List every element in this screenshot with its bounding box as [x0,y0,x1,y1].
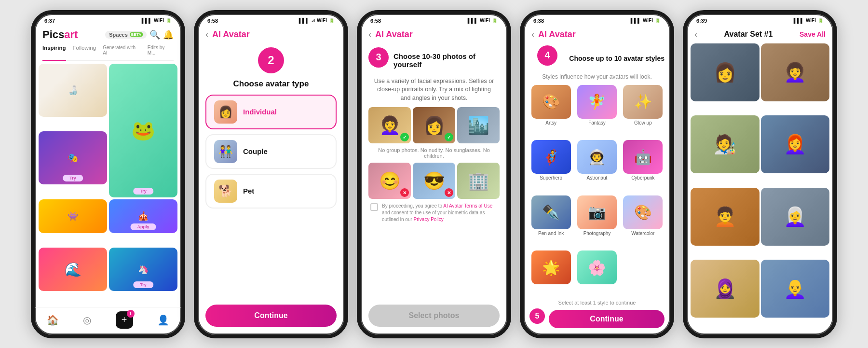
tab-inspiring[interactable]: Inspiring [42,45,66,61]
couple-label: Couple [243,147,268,155]
step-4-circle: 4 [537,45,557,66]
apply-badge[interactable]: Apply [130,223,156,230]
privacy-link[interactable]: Privacy Policy [414,217,444,222]
photo-cell-2[interactable]: 👩 ✓ [413,107,455,143]
picsart-topbar: Picsart Spaces BETA 🔍 🔔 [42,28,174,41]
avatar-option-pet[interactable]: 🐕 Pet [205,174,337,209]
result-7[interactable]: 🧕 [691,260,760,318]
nav-explore-icon[interactable]: ◎ [83,314,91,326]
back-button-4[interactable]: ‹ [531,29,534,40]
feed-item-2[interactable]: 🐸 Try [109,64,177,197]
result-3[interactable]: 🧑‍🎨 [691,115,760,173]
search-icon[interactable]: 🔍 [149,29,160,40]
phone4-content: ‹ AI Avatar 4 Choose up to 10 avatar sty… [524,26,670,334]
step-2-circle: 2 [258,47,284,73]
restriction-text: No group photos. No nudity. No sunglasse… [368,147,500,159]
time-2: 6:58 [207,18,218,24]
back-button-2[interactable]: ‹ [205,29,208,40]
try-badge-1[interactable]: Try [133,188,153,195]
style-astronaut[interactable]: 👨‍🚀 Astronaut [575,140,618,193]
continue-button-2[interactable]: Continue [205,305,337,327]
time-1: 6:37 [44,18,55,24]
screen-title-3: AI Avatar [375,29,413,40]
tab-following[interactable]: Following [73,45,96,57]
style-fantasy[interactable]: 🧚 Fantasy [575,85,618,138]
step-screen-4: 4 Choose up to 10 avatar styles Styles i… [524,43,670,334]
result-4[interactable]: 👩‍🦰 [761,115,830,173]
select-photos-button[interactable]: Select photos [368,305,500,327]
result-8[interactable]: 👩‍🦲 [761,260,830,318]
back-button-5[interactable]: ‹ [694,29,697,40]
notification-icon[interactable]: 🔔 [163,29,174,40]
step-5-circle: 5 [529,308,545,324]
screen-header-4: ‹ AI Avatar [524,26,670,43]
avatar-results-grid: 👩 👩‍🦱 🧑‍🎨 👩‍🦰 🧑‍🦱 👩‍🦳 🧕 👩‍🦲 [687,43,833,334]
status-icons-2: ▌▌▌ ⊿ WiFi 🔋 [299,18,335,23]
terms-text: By proceeding, you agree to AI Avatar Te… [382,203,498,223]
photo-check-1: ✓ [400,133,409,141]
styles-grid: 🎨 Artsy 🧚 Fantasy ✨ Glow up 🦸 Superhero … [529,85,665,298]
photo-cell-6[interactable]: 🏢 [457,163,500,199]
avatar-option-individual[interactable]: 👩 Individual [205,95,337,129]
status-icons-3: ▌▌▌ WiFi 🔋 [468,18,498,23]
screen-header-2: ‹ AI Avatar [198,26,344,43]
status-icons-4: ▌▌▌ WiFi 🔋 [631,18,661,23]
back-button-3[interactable]: ‹ [368,29,371,40]
style-glowup[interactable]: ✨ Glow up [622,85,665,138]
save-all-button[interactable]: Save All [800,30,826,38]
continue-button-4[interactable]: Continue [549,310,665,328]
terms-checkbox[interactable] [370,203,378,211]
tab-edits[interactable]: Edits by M... [148,45,174,57]
styles-subtitle: Styles influence how your avatars will l… [529,73,665,80]
tab-generated[interactable]: Generated with AI [103,45,141,57]
avatar-option-couple[interactable]: 👫 Couple [205,134,337,169]
result-5[interactable]: 🧑‍🦱 [691,188,760,246]
phone2-content: ‹ AI Avatar 2 Choose avatar type 👩 Indiv… [198,26,344,334]
step-3-heading: Choose 10-30 photos of yourself [393,52,500,69]
result-2[interactable]: 👩‍🦱 [761,43,830,101]
style-artsy[interactable]: 🎨 Artsy [529,85,572,138]
result-1[interactable]: 👩 [691,43,760,101]
nav-profile-icon[interactable]: 👤 [157,314,169,326]
feed-item-6[interactable]: 🌊 [39,248,107,291]
spaces-badge[interactable]: Spaces BETA [105,31,147,39]
tabs-row: Inspiring Following Generated with AI Ed… [42,45,174,61]
photo-cell-5[interactable]: 😎 ✕ [413,163,455,199]
feed-item-5[interactable]: 🎪 Apply [109,199,177,233]
terms-link[interactable]: AI Avatar Terms of Use [443,203,492,209]
style-superhero[interactable]: 🦸 Superhero [529,140,572,193]
feed-item-1[interactable]: 🍶 [39,64,107,117]
terms-row: By proceeding, you agree to AI Avatar Te… [368,203,500,223]
try-badge-2[interactable]: Try [63,175,83,181]
feed-item-7[interactable]: 🦄 Try [109,248,177,291]
photo-cell-3[interactable]: 🏙️ [457,107,500,143]
individual-avatar-img: 👩 [214,100,237,124]
status-bar-3: 6:58 ▌▌▌ WiFi 🔋 [361,14,507,26]
status-bar-4: 6:38 ▌▌▌ WiFi 🔋 [524,14,670,26]
step-3-circle: 3 [368,47,389,68]
photo-grid-bottom: 😊 ✕ 😎 ✕ 🏢 [368,163,500,199]
photo-grid-top: 👩‍🦱 ✓ 👩 ✓ 🏙️ [368,107,500,143]
phone-1: 6:37 ▌▌▌ WiFi 🔋 Picsart Spaces BETA 🔍 🔔 [31,10,185,338]
photo-check-4: ✕ [400,188,409,197]
phone3-content: ‹ AI Avatar 3 Choose 10-30 photos of you… [361,26,507,334]
style-cyberpunk[interactable]: 🤖 Cyberpunk [622,140,665,193]
feed-item-3[interactable]: 🎭 Try [39,131,107,184]
style-watercolor[interactable]: 🎨 Watercolor [622,195,665,248]
pet-label: Pet [243,187,254,195]
step-2-heading: Choose avatar type [205,79,337,89]
result-6[interactable]: 👩‍🦳 [761,188,830,246]
nav-add-button[interactable]: + 1 [116,311,133,329]
style-photography[interactable]: 📷 Photography [575,195,618,248]
photo-cell-4[interactable]: 😊 ✕ [368,163,411,199]
style-extra-1[interactable]: 🌟 [529,251,572,298]
feed-item-4[interactable]: 👾 [39,199,107,233]
nav-home-icon[interactable]: 🏠 [47,314,59,326]
photo-cell-1[interactable]: 👩‍🦱 ✓ [368,107,411,143]
style-penink[interactable]: ✒️ Pen and Ink [529,195,572,248]
time-3: 6:58 [370,18,381,24]
step-screen-3: 3 Choose 10-30 photos of yourself Use a … [361,43,507,334]
try-badge-3[interactable]: Try [133,281,153,288]
style-extra-2[interactable]: 🌸 [575,251,618,298]
bottom-nav: 🏠 ◎ + 1 👤 [35,307,181,334]
